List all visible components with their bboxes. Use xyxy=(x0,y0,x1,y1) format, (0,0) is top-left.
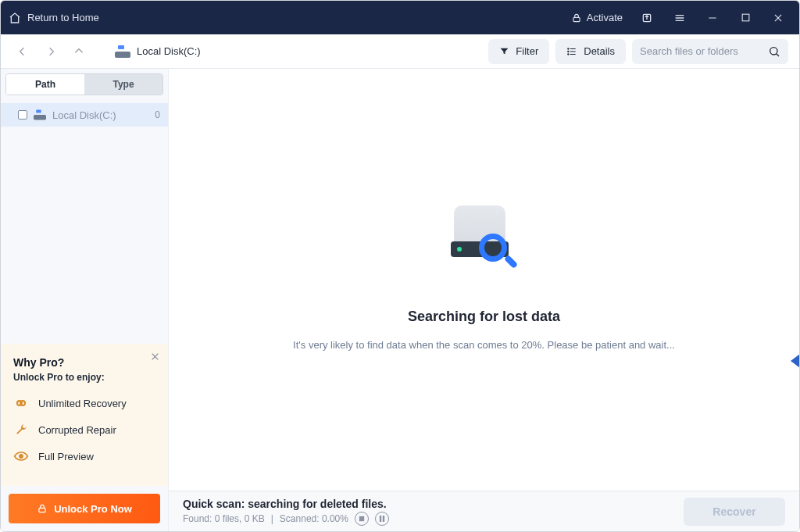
pro-title: Why Pro? xyxy=(13,356,155,369)
maximize-button[interactable] xyxy=(732,5,759,30)
feature-label: Unlimited Recovery xyxy=(38,398,127,409)
nav-up-button[interactable] xyxy=(68,41,90,62)
details-button[interactable]: Details xyxy=(555,39,626,64)
status-sep: | xyxy=(271,513,273,524)
svg-point-14 xyxy=(568,53,569,54)
titlebar: Return to Home Activate xyxy=(1,1,799,34)
lock-icon xyxy=(37,503,48,514)
minimize-icon xyxy=(707,12,718,23)
svg-rect-6 xyxy=(742,14,749,21)
share-button[interactable] xyxy=(634,5,660,30)
svg-rect-0 xyxy=(573,17,580,21)
sidebar: Path Type Local Disk(C:) 0 Why Pro? Unlo… xyxy=(1,69,169,531)
share-icon xyxy=(641,12,653,24)
filter-label: Filter xyxy=(516,45,538,57)
details-label: Details xyxy=(584,45,615,57)
status-found: Found: 0 files, 0 KB xyxy=(183,513,265,524)
drive-icon xyxy=(34,110,46,120)
stop-button[interactable] xyxy=(355,512,369,526)
arrow-left-icon xyxy=(16,45,29,58)
arrow-right-icon xyxy=(45,45,57,58)
minimize-button[interactable] xyxy=(699,5,726,30)
feature-label: Corrupted Repair xyxy=(38,424,116,436)
sidebar-tree: Local Disk(C:) 0 xyxy=(1,100,168,130)
svg-line-16 xyxy=(777,53,779,55)
pro-subtitle: Unlock Pro to enjoy: xyxy=(13,372,155,383)
filter-button[interactable]: Filter xyxy=(488,39,549,64)
list-icon xyxy=(566,46,577,57)
svg-rect-22 xyxy=(380,516,381,522)
expand-right-panel-handle[interactable] xyxy=(791,354,800,368)
svg-point-13 xyxy=(568,51,569,52)
drive-icon xyxy=(115,45,130,58)
tree-row-label: Local Disk(C:) xyxy=(52,109,116,121)
location-label: Local Disk(C:) xyxy=(137,45,201,57)
feature-label: Full Preview xyxy=(38,451,94,462)
app-window: Return to Home Activate xyxy=(0,0,800,532)
wrench-icon xyxy=(13,422,29,437)
svg-point-19 xyxy=(20,455,23,458)
activate-button[interactable]: Activate xyxy=(571,12,623,23)
tree-row-count: 0 xyxy=(155,109,160,120)
svg-point-15 xyxy=(770,47,777,54)
search-input[interactable] xyxy=(640,45,762,57)
scan-heading: Searching for lost data xyxy=(408,309,560,325)
checkbox[interactable] xyxy=(18,110,27,120)
activate-label: Activate xyxy=(587,12,623,23)
scan-status-panel: Searching for lost data It's very likely… xyxy=(169,69,799,491)
funnel-icon xyxy=(499,46,509,56)
feature-recovery: Unlimited Recovery xyxy=(13,395,155,411)
feature-repair: Corrupted Repair xyxy=(13,422,155,437)
return-home-label: Return to Home xyxy=(27,12,99,23)
arrow-up-icon xyxy=(73,45,85,58)
nav-forward-button[interactable] xyxy=(40,41,62,62)
pro-panel: Why Pro? Unlock Pro to enjoy: Unlimited … xyxy=(1,344,168,486)
search-icon xyxy=(768,45,780,58)
close-icon xyxy=(773,12,784,23)
unlock-pro-button[interactable]: Unlock Pro Now xyxy=(9,494,160,523)
main-pane: Searching for lost data It's very likely… xyxy=(169,69,799,531)
lock-icon xyxy=(571,12,582,23)
pause-button[interactable] xyxy=(375,512,389,526)
status-bar: Quick scan: searching for deleted files.… xyxy=(169,491,799,531)
status-title: Quick scan: searching for deleted files. xyxy=(183,498,389,510)
tab-path[interactable]: Path xyxy=(6,74,84,95)
close-button[interactable] xyxy=(765,5,791,30)
cta-label: Unlock Pro Now xyxy=(54,503,132,515)
search-box[interactable] xyxy=(632,39,788,64)
eye-icon xyxy=(13,448,29,464)
hamburger-icon xyxy=(673,12,686,24)
feature-preview: Full Preview xyxy=(13,448,155,464)
svg-point-12 xyxy=(568,48,569,48)
infinity-icon xyxy=(13,395,29,411)
tab-type[interactable]: Type xyxy=(84,74,162,95)
disk-search-illustration xyxy=(449,201,520,271)
pro-panel-close[interactable] xyxy=(150,352,160,362)
toolbar: Local Disk(C:) Filter Details xyxy=(1,34,799,69)
tree-row-root[interactable]: Local Disk(C:) 0 xyxy=(1,103,168,127)
svg-rect-21 xyxy=(359,516,364,520)
svg-rect-23 xyxy=(383,516,384,522)
location-breadcrumb[interactable]: Local Disk(C:) xyxy=(115,45,201,58)
status-scanned: Scanned: 0.00% xyxy=(280,513,348,524)
recover-button[interactable]: Recover xyxy=(684,498,785,526)
body: Path Type Local Disk(C:) 0 Why Pro? Unlo… xyxy=(1,69,799,531)
menu-button[interactable] xyxy=(666,5,693,30)
maximize-icon xyxy=(741,12,751,23)
return-home-button[interactable]: Return to Home xyxy=(9,12,99,24)
scan-subtext: It's very likely to find data when the s… xyxy=(293,339,675,351)
home-icon xyxy=(9,12,21,24)
sidebar-tabs: Path Type xyxy=(5,73,163,95)
svg-rect-20 xyxy=(39,508,45,512)
nav-back-button[interactable] xyxy=(12,41,34,62)
